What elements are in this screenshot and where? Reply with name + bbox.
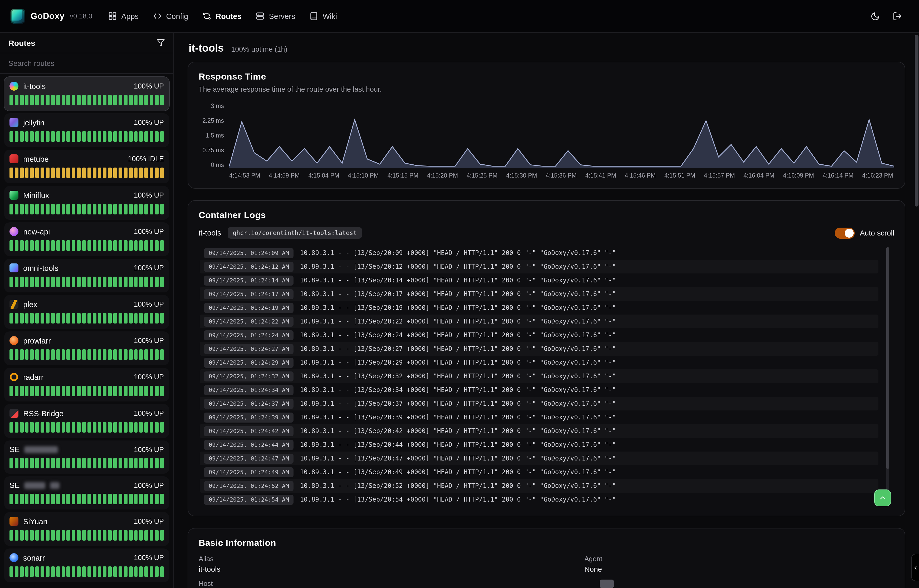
uptime-bar	[160, 240, 164, 251]
uptime-bar	[160, 494, 164, 504]
uptime-bar	[56, 131, 60, 142]
uptime-bar	[72, 458, 76, 468]
rss-bridge-favicon	[10, 409, 18, 418]
uptime-bar	[82, 204, 86, 215]
nav-item-label: Config	[166, 12, 188, 20]
uptime-bar	[129, 458, 133, 468]
nav-item-apps[interactable]: Apps	[108, 11, 139, 21]
logs-scrollbar-thumb[interactable]	[886, 247, 889, 469]
x-tick-label: 4:15:25 PM	[467, 172, 498, 179]
sidebar-item-plex[interactable]: plex 100% UP	[4, 295, 169, 329]
uptime-bar	[72, 276, 76, 287]
nav-item-servers[interactable]: Servers	[256, 11, 296, 21]
logout-icon[interactable]	[893, 11, 902, 21]
edge-drawer-handle[interactable]	[911, 554, 919, 581]
uptime-bar	[40, 240, 44, 251]
uptime-bar	[98, 240, 102, 251]
sidebar-item-it-tools[interactable]: it-tools 100% UP	[4, 77, 169, 111]
uptime-bar	[129, 386, 133, 396]
route-name: omni-tools	[23, 264, 58, 272]
uptime-bar	[155, 131, 158, 142]
nav-item-config[interactable]: Config	[153, 11, 188, 21]
uptime-bar	[145, 458, 149, 468]
uptime-bar	[67, 349, 70, 360]
log-timestamp: 09/14/2025, 01:24:42 AM	[204, 426, 294, 436]
sidebar-item-se[interactable]: SE 100% UP	[4, 441, 169, 474]
uptime-bar	[56, 313, 60, 323]
log-list[interactable]: 09/14/2025, 01:24:09 AM 10.89.3.1 - - [1…	[199, 246, 894, 506]
uptime-bar	[67, 168, 70, 178]
uptime-bar	[139, 422, 143, 433]
uptime-bars	[10, 240, 164, 251]
uptime-bar	[129, 422, 133, 433]
page-scrollbar-thumb[interactable]	[915, 35, 919, 207]
uptime-bar	[160, 95, 164, 105]
uptime-bar	[119, 566, 122, 577]
uptime-bar	[20, 276, 23, 287]
uptime-bar	[103, 313, 107, 323]
app-window: GoDoxy v0.18.0 Apps Config Routes Server…	[0, 0, 919, 588]
uptime-bar	[51, 494, 55, 504]
uptime-bar	[77, 386, 81, 396]
uptime-bar	[20, 313, 23, 323]
uptime-bar	[40, 386, 44, 396]
route-name: it-tools	[23, 82, 45, 90]
sidebar-item-siyuan[interactable]: SiYuan 100% UP	[4, 512, 169, 546]
sidebar-item-radarr[interactable]: radarr 100% UP	[4, 368, 169, 402]
brand[interactable]: GoDoxy v0.18.0	[11, 9, 92, 23]
uptime-bar	[124, 276, 128, 287]
uptime-bar	[67, 313, 70, 323]
sidebar-item-metube[interactable]: metube 100% IDLE	[4, 150, 169, 183]
sidebar-item-rss-bridge[interactable]: RSS-Bridge 100% UP	[4, 404, 169, 438]
uptime-bar	[119, 422, 122, 433]
uptime-bar	[124, 422, 128, 433]
uptime-bar	[36, 530, 39, 541]
uptime-bar	[77, 276, 81, 287]
dark-mode-toggle-moon-icon[interactable]	[871, 11, 880, 21]
uptime-bar	[56, 276, 60, 287]
uptime-bar	[67, 131, 70, 142]
nav-item-routes[interactable]: Routes	[202, 11, 241, 21]
basic-information-card: Basic Information Alias it-tools Host Ag…	[187, 528, 905, 588]
uptime-bar	[25, 276, 29, 287]
container-logs-card: Container Logs it-tools ghcr.io/corentin…	[187, 200, 905, 516]
uptime-bar	[160, 313, 164, 323]
main-content: it-tools 100% uptime (1h) Response Time …	[174, 33, 919, 588]
logs-scrollbar-track[interactable]	[886, 247, 889, 505]
sidebar-item-jellyfin[interactable]: jellyfin 100% UP	[4, 113, 169, 147]
uptime-bar	[82, 349, 86, 360]
nav-item-wiki[interactable]: Wiki	[309, 11, 337, 21]
sidebar-item-prowlarr[interactable]: prowlarr 100% UP	[4, 331, 169, 365]
sidebar-item-se[interactable]: SE 100% UP	[4, 476, 169, 509]
uptime-bar	[30, 95, 34, 105]
filter-icon[interactable]	[157, 39, 165, 47]
uptime-bar	[103, 566, 107, 577]
y-tick-label: 3 ms	[211, 103, 224, 109]
auto-scroll-toggle[interactable]	[834, 227, 854, 238]
uptime-label: 100% uptime (1h)	[231, 45, 287, 53]
log-message: 10.89.3.1 - - [13/Sep/20:19 +0000] "HEAD…	[300, 304, 616, 312]
uptime-bar	[139, 566, 143, 577]
uptime-bar	[20, 494, 23, 504]
sidebar-item-sonarr[interactable]: sonarr 100% UP	[4, 549, 169, 582]
sidebar-item-omni-tools[interactable]: omni-tools 100% UP	[4, 259, 169, 292]
uptime-bar	[129, 240, 133, 251]
scroll-to-top-button[interactable]	[874, 489, 891, 506]
route-status: 100% UP	[134, 118, 164, 126]
redacted-route-name	[24, 446, 58, 453]
uptime-bar	[77, 95, 81, 105]
grid-icon	[108, 11, 117, 21]
uptime-bars	[10, 530, 164, 541]
uptime-bar	[119, 349, 122, 360]
uptime-bar	[40, 458, 44, 468]
route-status: 100% UP	[134, 264, 164, 272]
sidebar-item-miniflux[interactable]: Miniflux 100% UP	[4, 186, 169, 220]
route-status: 100% IDLE	[128, 155, 164, 163]
jellyfin-favicon	[10, 118, 18, 127]
uptime-bar	[36, 168, 39, 178]
uptime-bar	[15, 168, 18, 178]
search-routes-input[interactable]	[0, 53, 173, 73]
uptime-bar	[20, 349, 23, 360]
sidebar-item-new-api[interactable]: new-api 100% UP	[4, 222, 169, 256]
uptime-bar	[87, 386, 91, 396]
